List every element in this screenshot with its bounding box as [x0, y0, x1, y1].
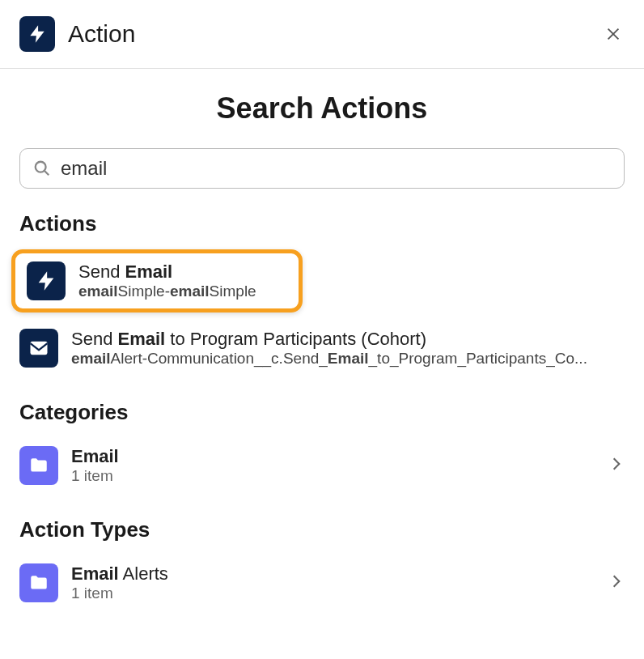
- modal-content: Search Actions Actions Send Email emailS…: [0, 69, 644, 610]
- action-item-send-email[interactable]: Send Email emailSimple-emailSimple: [11, 249, 303, 312]
- close-icon: [604, 25, 622, 43]
- action-item-subtitle: emailSimple-emailSimple: [78, 283, 287, 300]
- action-type-item-title: Email Alerts: [71, 563, 599, 585]
- category-item-email[interactable]: Email 1 item: [19, 438, 625, 493]
- chevron-right-icon: [608, 456, 625, 475]
- svg-rect-4: [31, 342, 48, 355]
- categories-section-title: Categories: [19, 400, 625, 425]
- category-item-title: Email: [71, 446, 599, 467]
- svg-line-3: [44, 171, 49, 176]
- envelope-icon: [19, 329, 58, 368]
- categories-section: Categories Email 1 item: [19, 400, 625, 493]
- action-item-text: Send Email emailSimple-emailSimple: [78, 261, 287, 300]
- action-item-title: Send Email: [78, 261, 287, 283]
- action-item-title: Send Email to Program Participants (Coho…: [71, 329, 625, 350]
- action-item-text: Send Email to Program Participants (Coho…: [71, 329, 625, 368]
- lightning-icon: [27, 261, 66, 300]
- action-types-section: Action Types Email Alerts 1 item: [19, 517, 625, 610]
- search-box[interactable]: [19, 148, 625, 189]
- svg-point-2: [36, 162, 46, 172]
- actions-section-title: Actions: [19, 211, 625, 236]
- action-item-subtitle: emailAlert-Communication__c.Send_Email_t…: [71, 350, 625, 368]
- action-type-item-meta: 1 item: [71, 585, 599, 602]
- action-item-send-email-participants[interactable]: Send Email to Program Participants (Coho…: [19, 321, 625, 376]
- modal-header: Action: [0, 0, 644, 69]
- folder-icon: [19, 563, 58, 602]
- chevron-right-icon: [608, 573, 625, 593]
- search-input[interactable]: [61, 157, 611, 180]
- folder-icon: [19, 446, 58, 485]
- action-type-item-email-alerts[interactable]: Email Alerts 1 item: [19, 555, 625, 610]
- category-item-meta: 1 item: [71, 467, 599, 485]
- close-button[interactable]: [602, 23, 625, 45]
- actions-section: Actions Send Email emailSimple-emailSimp…: [19, 211, 625, 376]
- action-type-item-text: Email Alerts 1 item: [71, 563, 599, 602]
- lightning-icon: [19, 16, 55, 52]
- category-item-text: Email 1 item: [71, 446, 599, 485]
- search-icon: [33, 159, 51, 177]
- modal-title: Action: [68, 20, 602, 48]
- page-title: Search Actions: [19, 91, 625, 125]
- action-types-section-title: Action Types: [19, 517, 625, 542]
